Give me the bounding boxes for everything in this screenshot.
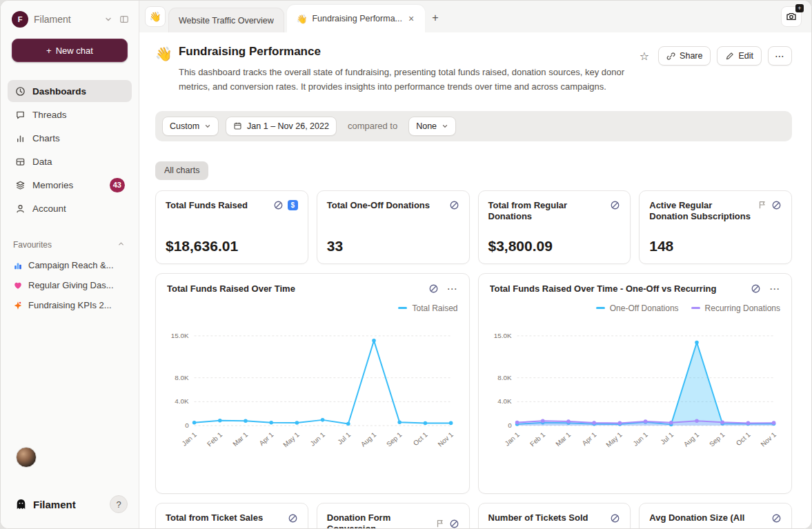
svg-text:Feb 1: Feb 1 — [206, 430, 224, 448]
kpi-card-total-funds-raised[interactable]: Total Funds Raised $ $18,636.01 — [155, 190, 308, 264]
svg-text:Aug 1: Aug 1 — [359, 430, 378, 448]
tab-bar: 👋 Website Traffic Overview 👋 Fundraising… — [139, 1, 811, 32]
circle-slash-icon — [288, 513, 298, 523]
new-chat-button[interactable]: + New chat — [12, 39, 128, 62]
chart-card-total-funds-over-time[interactable]: Total Funds Raised Over Time ⋯ Total Rai… — [155, 273, 470, 494]
svg-text:Sep 1: Sep 1 — [385, 430, 404, 448]
chat-bubble-icon — [14, 110, 26, 120]
collapse-sidebar-icon[interactable] — [119, 14, 129, 24]
table-icon — [14, 157, 26, 167]
circle-slash-icon — [428, 283, 439, 294]
blue-bar-chart-icon — [13, 261, 23, 270]
favourite-star-icon[interactable]: ☆ — [637, 48, 652, 64]
comparison-select[interactable]: None — [408, 117, 456, 136]
sidebar-item-dashboards[interactable]: Dashboards — [8, 80, 132, 102]
sidebar-item-threads[interactable]: Threads — [8, 103, 132, 126]
workspace-switcher[interactable]: F Filament — [1, 1, 139, 33]
burst-icon — [13, 301, 23, 310]
tab-website-traffic[interactable]: Website Traffic Overview — [168, 8, 284, 32]
tab-emoji: 👋 — [297, 14, 308, 24]
layers-icon — [14, 180, 26, 190]
kpi-value: 33 — [327, 238, 459, 254]
sidebar: F Filament + New chat Dashboards — [1, 1, 139, 528]
pinned-dashboard-button[interactable]: 👋 — [145, 6, 166, 27]
chart-row: Total Funds Raised Over Time ⋯ Total Rai… — [155, 273, 792, 494]
flag-icon — [757, 200, 767, 210]
legend-swatch — [398, 307, 407, 309]
svg-text:May 1: May 1 — [281, 430, 301, 449]
svg-text:Mar 1: Mar 1 — [231, 430, 249, 448]
date-range-button[interactable]: Jan 1 – Nov 26, 2022 — [226, 117, 337, 136]
chart-menu-button[interactable]: ⋯ — [769, 283, 780, 295]
svg-text:Aug 1: Aug 1 — [682, 430, 700, 448]
kpi-card-one-off-donations[interactable]: Total One-Off Donations 33 — [317, 190, 470, 264]
favourite-item-fundraising-kpis[interactable]: Fundraising KPIs 2... — [1, 295, 139, 315]
favourites-header[interactable]: Favourites — [13, 240, 125, 250]
svg-text:Jan 1: Jan 1 — [503, 430, 521, 448]
calendar-icon — [233, 121, 242, 130]
link-icon — [666, 52, 675, 61]
page-title: Fundraising Performance — [179, 45, 637, 59]
kpi-card-ticket-sales[interactable]: Total from Ticket Sales — [155, 503, 308, 528]
workspace-logo: F — [12, 11, 28, 28]
sidebar-item-account[interactable]: Account — [8, 197, 132, 219]
circle-slash-icon — [771, 513, 782, 523]
chart-legend: Total Raised — [167, 303, 458, 313]
svg-text:Jan 1: Jan 1 — [181, 430, 199, 448]
chevron-up-icon[interactable] — [117, 240, 125, 250]
svg-text:Jun 1: Jun 1 — [631, 430, 649, 448]
chevron-down-icon — [442, 123, 448, 130]
kpi-card-donation-form-conversion[interactable]: Donation Form Conversion — [317, 503, 470, 528]
edit-button[interactable]: Edit — [717, 46, 762, 66]
more-options-button[interactable]: ⋯ — [768, 46, 792, 66]
svg-text:8.0K: 8.0K — [497, 373, 512, 381]
svg-text:8.0K: 8.0K — [175, 373, 189, 381]
sidebar-nav: Dashboards Threads Charts Data — [8, 80, 132, 219]
kpi-card-tickets-sold[interactable]: Number of Tickets Sold — [478, 503, 631, 528]
circle-slash-icon — [771, 200, 782, 210]
sidebar-item-memories[interactable]: Memories 43 — [8, 174, 132, 196]
favourite-item-regular-giving[interactable]: Regular Giving Das... — [1, 275, 139, 295]
screenshot-button[interactable]: + — [781, 6, 802, 27]
svg-text:Jul 1: Jul 1 — [336, 430, 352, 446]
date-preset-select[interactable]: Custom — [162, 117, 219, 136]
bottom-card-row: Total from Ticket Sales Donation Form Co… — [155, 503, 792, 528]
svg-text:Nov 1: Nov 1 — [759, 430, 778, 448]
user-avatar[interactable] — [16, 447, 37, 468]
kpi-card-avg-donation-size[interactable]: Avg Donation Size (All — [639, 503, 792, 528]
chevron-down-icon[interactable] — [104, 15, 112, 23]
chart-card-oneoff-vs-recurring[interactable]: Total Funds Raised Over Time - One-Off v… — [478, 273, 793, 494]
tab-fundraising-performance[interactable]: 👋 Fundraising Performa... × — [287, 5, 425, 32]
dashboard-content: 👋 Fundraising Performance This dashboard… — [139, 32, 811, 528]
svg-text:0: 0 — [185, 421, 189, 429]
svg-text:Oct 1: Oct 1 — [734, 430, 751, 447]
svg-text:15.0K: 15.0K — [171, 331, 189, 339]
chart-menu-button[interactable]: ⋯ — [447, 283, 458, 295]
sidebar-item-data[interactable]: Data — [8, 150, 132, 172]
kpi-card-active-subscriptions[interactable]: Active Regular Donation Subscriptions 14… — [639, 190, 792, 264]
svg-text:Mar 1: Mar 1 — [554, 430, 572, 448]
svg-text:Jun 1: Jun 1 — [309, 430, 327, 448]
dashboards-icon — [14, 86, 26, 97]
main-area: 👋 Website Traffic Overview 👋 Fundraising… — [139, 1, 811, 528]
legend-item: One-Off Donations — [596, 303, 679, 313]
header-actions: ☆ Share Edit ⋯ — [637, 45, 792, 66]
sidebar-item-charts[interactable]: Charts — [8, 127, 132, 149]
svg-text:Nov 1: Nov 1 — [436, 430, 455, 448]
kpi-card-regular-donations[interactable]: Total from Regular Donations $3,800.09 — [478, 190, 631, 264]
circle-slash-icon — [449, 200, 459, 210]
legend-item: Recurring Donations — [691, 303, 780, 313]
favourite-item-campaign-reach[interactable]: Campaign Reach &... — [1, 255, 139, 275]
legend-swatch — [691, 307, 700, 309]
close-tab-icon[interactable]: × — [407, 12, 415, 25]
footer-brand: Filament — [33, 499, 104, 510]
share-button[interactable]: Share — [658, 46, 711, 66]
all-charts-chip[interactable]: All charts — [155, 161, 208, 180]
circle-slash-icon — [610, 513, 620, 523]
new-tab-button[interactable]: + — [432, 12, 438, 24]
kpi-value: $18,636.01 — [166, 238, 298, 254]
legend-item: Total Raised — [398, 303, 457, 313]
help-button[interactable]: ? — [110, 495, 128, 513]
circle-slash-icon — [751, 283, 761, 294]
flag-icon — [435, 519, 445, 528]
